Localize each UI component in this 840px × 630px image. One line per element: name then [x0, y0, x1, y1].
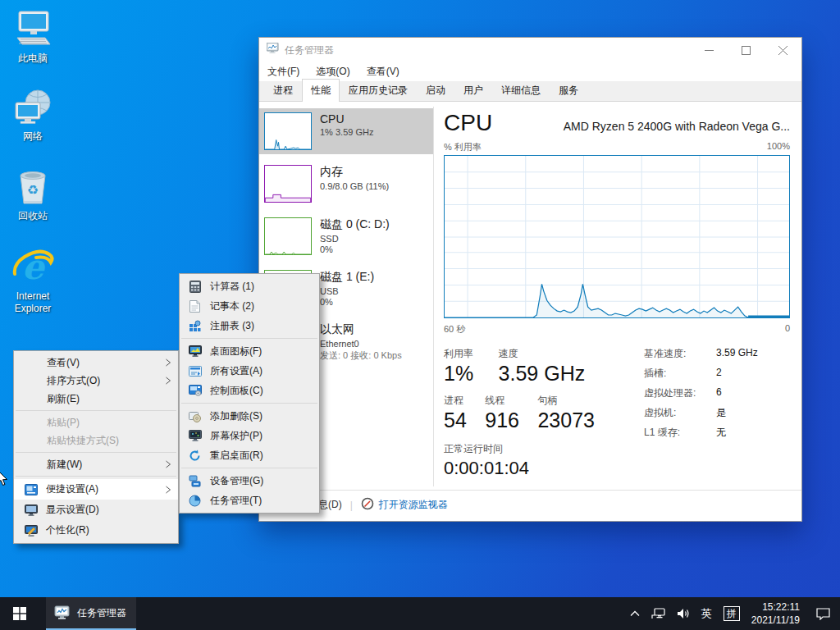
stat-uptime: 正常运行时间 0:00:01:04 — [444, 442, 632, 479]
windows-logo-icon — [13, 607, 26, 620]
x-axis-right: 0 — [785, 323, 790, 336]
submenu-item-task-manager[interactable]: 任务管理(T) — [180, 491, 319, 510]
taskbar-app-label: 任务管理器 — [77, 606, 126, 620]
cpu-mini-graph — [264, 112, 312, 150]
chevron-up-icon — [630, 610, 640, 617]
submenu-item-add-remove[interactable]: 添加删除(S) — [180, 406, 319, 426]
submenu-item-calculator[interactable]: 计算器 (1) — [180, 276, 319, 296]
submenu-item-registry[interactable]: 注册表 (3) — [180, 316, 319, 336]
maximize-button[interactable] — [728, 38, 765, 62]
menu-item-display-settings[interactable]: 显示设置(D) — [14, 500, 178, 520]
submenu-arrow-icon — [165, 460, 171, 468]
taskbar-app-task-manager[interactable]: 任务管理器 — [46, 597, 136, 630]
window-title: 任务管理器 — [285, 43, 334, 57]
sidebar-item-disk0[interactable]: 磁盘 0 (C: D:) SSD 0% — [259, 213, 433, 259]
calculator-icon — [188, 280, 202, 293]
stat-speed: 速度 3.59 GHz — [499, 347, 586, 386]
menu-item-quick-settings[interactable]: 便捷设置(A) — [14, 479, 178, 500]
personalize-icon — [24, 524, 38, 537]
sidebar-item-cpu[interactable]: CPU 1% 3.59 GHz — [259, 108, 433, 154]
menu-file[interactable]: 文件(F) — [267, 65, 299, 79]
start-button[interactable] — [0, 597, 39, 630]
tab-users[interactable]: 用户 — [454, 79, 492, 102]
menu-options[interactable]: 选项(O) — [316, 65, 349, 79]
submenu-item-notepad[interactable]: 记事本 (2) — [180, 296, 319, 316]
desktop-icon-label: 此电脑 — [2, 52, 64, 65]
resource-monitor-icon — [361, 497, 374, 513]
sidebar-cpu-title: CPU — [320, 112, 373, 126]
sidebar-item-memory[interactable]: 内存 0.9/8.0 GB (11%) — [259, 161, 433, 207]
tab-startup[interactable]: 启动 — [417, 79, 454, 102]
menu-item-paste-shortcut: 粘贴快捷方式(S) — [14, 431, 178, 450]
network-tray-button[interactable] — [651, 608, 665, 619]
submenu-item-restart-desktop[interactable]: 重启桌面(R) — [180, 445, 319, 465]
this-pc-icon — [2, 8, 64, 49]
tab-bar: 进程 性能 应用历史记录 启动 用户 详细信息 服务 — [259, 81, 801, 102]
minimize-button[interactable] — [691, 38, 728, 62]
control-panel-icon — [188, 384, 202, 397]
menu-view[interactable]: 查看(V) — [367, 65, 399, 79]
y-axis-max: 100% — [767, 141, 790, 153]
submenu-arrow-icon — [165, 377, 171, 385]
menu-item-sort-by[interactable]: 排序方式(O) — [14, 372, 178, 390]
ime-language-indicator[interactable]: 英 — [701, 606, 712, 621]
stat-threads: 线程 916 — [485, 394, 519, 432]
stat-utilization: 利用率 1% — [444, 347, 473, 386]
menu-separator — [16, 410, 176, 411]
action-center-button[interactable] — [816, 608, 830, 620]
close-icon — [778, 46, 788, 55]
recycle-bin-icon: ♻ — [2, 166, 64, 207]
minimize-icon — [705, 46, 714, 55]
tray-expand-button[interactable] — [630, 610, 640, 617]
restart-desktop-icon — [188, 449, 202, 462]
task-manager-window: 任务管理器 文件(F) 选项(O) 查看(V) 进程 性能 应用历史记录 启动 … — [258, 37, 802, 522]
cpu-panel: CPU AMD Ryzen 5 2400G with Radeon Vega G… — [444, 102, 790, 479]
menu-item-new[interactable]: 新建(W) — [14, 455, 178, 473]
submenu-item-screensaver[interactable]: 屏幕保护(P) — [180, 426, 319, 445]
tab-performance[interactable]: 性能 — [302, 79, 340, 102]
desktop-icon-network[interactable]: 网络 — [2, 86, 64, 143]
sidebar-divider — [433, 107, 434, 486]
cpu-utilization-graph — [444, 155, 790, 318]
app-icon — [267, 43, 280, 57]
menu-separator — [181, 338, 317, 339]
menu-item-personalize[interactable]: 个性化(R) — [14, 520, 178, 541]
submenu-item-desktop-icons[interactable]: 桌面图标(F) — [180, 341, 319, 361]
submenu-item-device-manager[interactable]: 设备管理(G) — [180, 471, 319, 491]
submenu-arrow-icon — [165, 358, 171, 367]
menu-item-refresh[interactable]: 刷新(E) — [14, 390, 178, 408]
menu-separator — [16, 476, 176, 477]
action-center-icon — [816, 608, 830, 620]
taskbar-clock[interactable]: 15:22:11 2021/11/19 — [751, 600, 800, 627]
tab-details[interactable]: 详细信息 — [492, 79, 550, 102]
volume-tray-button[interactable] — [677, 608, 690, 619]
all-settings-icon — [188, 364, 202, 377]
close-button[interactable] — [765, 38, 801, 62]
tab-services[interactable]: 服务 — [550, 79, 587, 102]
x-axis-left: 60 秒 — [444, 323, 465, 336]
submenu-item-control-panel[interactable]: 控制面板(C) — [180, 381, 319, 400]
menu-item-paste: 粘贴(P) — [14, 413, 178, 431]
add-remove-icon — [188, 409, 202, 422]
menu-item-view[interactable]: 查看(V) — [14, 354, 178, 372]
network-icon — [2, 86, 64, 127]
titlebar[interactable]: 任务管理器 — [259, 38, 801, 62]
menu-separator — [181, 403, 317, 404]
tab-app-history[interactable]: 应用历史记录 — [340, 79, 417, 102]
clock-date: 2021/11/19 — [751, 614, 800, 627]
cpu-model-name: AMD Ryzen 5 2400G with Radeon Vega G... — [564, 120, 790, 133]
desktop-icon-this-pc[interactable]: 此电脑 — [2, 8, 64, 65]
task-manager-app-icon — [54, 605, 71, 620]
tab-processes[interactable]: 进程 — [264, 79, 302, 102]
open-resource-monitor-link[interactable]: 打开资源监视器 — [379, 498, 448, 512]
speaker-icon — [677, 608, 690, 619]
cpu-panel-title: CPU — [444, 110, 492, 136]
notepad-icon — [188, 299, 202, 313]
taskbar: 任务管理器 英 拼 15:22:11 2021/11/19 — [0, 597, 840, 630]
maximize-icon — [742, 46, 751, 55]
submenu-item-all-settings[interactable]: 所有设置(A) — [180, 361, 319, 381]
menu-separator — [181, 468, 317, 468]
ime-mode-indicator[interactable]: 拼 — [724, 606, 740, 621]
desktop-icon-recycle-bin[interactable]: ♻ 回收站 — [2, 166, 64, 222]
desktop-icon-internet-explorer[interactable]: e Internet Explorer — [2, 246, 64, 315]
